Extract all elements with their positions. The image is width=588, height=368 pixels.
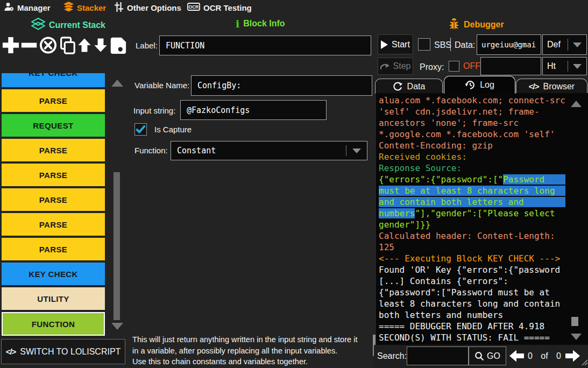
resize-grip[interactable]	[580, 358, 587, 367]
proxy-checkbox[interactable]	[449, 61, 459, 72]
proxy-label: Proxy:	[420, 62, 444, 72]
variable-name-input[interactable]	[191, 75, 372, 96]
layers-diamond-icon	[31, 18, 45, 32]
stack-block-label: UTILITY	[37, 294, 69, 303]
search-result-counter: 0 of 0	[528, 351, 561, 361]
input-string-label: Input string:	[133, 106, 175, 115]
section-title: Block Info	[243, 19, 285, 29]
refresh-icon	[393, 81, 403, 91]
remove-block-icon[interactable]	[20, 36, 38, 55]
menu-item-stacker[interactable]: Stacker	[63, 2, 106, 13]
tab-label: Log	[480, 80, 494, 90]
proxy-type-dropdown[interactable]: Ht	[542, 57, 587, 75]
is-capture-checkbox[interactable]	[134, 123, 147, 136]
stack-block-label: FUNCTION	[32, 320, 75, 329]
move-up-icon[interactable]	[77, 36, 92, 55]
switch-to-loliscript-button[interactable]: </> SWITCH TO LOLISCRIPT	[1, 339, 125, 364]
switch-button-label: SWITCH TO LOLISCRIPT	[20, 347, 121, 357]
start-button-label: Start	[392, 40, 410, 49]
stack-block-function[interactable]: FUNCTION	[2, 312, 105, 336]
data-type-value: Def	[543, 40, 568, 49]
log-line: Response Source:	[379, 162, 576, 174]
stack-block-utility[interactable]: UTILITY	[2, 287, 105, 310]
clone-block-icon[interactable]	[58, 36, 76, 55]
next-result-icon[interactable]	[565, 350, 580, 364]
search-total: 0	[556, 351, 561, 361]
save-icon[interactable]	[109, 36, 127, 55]
log-line: Content-Encoding: gzip	[379, 140, 576, 151]
log-line: Received cookies:	[379, 151, 576, 162]
function-dropdown-value: Constant	[171, 146, 346, 155]
tab-data[interactable]: Data	[375, 79, 443, 94]
label-field-label: Label:	[136, 41, 158, 50]
stack-toolbar	[2, 34, 127, 56]
stack-scroll-up-icon[interactable]	[111, 80, 123, 87]
log-line: must be at least 8 characters long	[379, 185, 576, 196]
input-string-input[interactable]	[180, 100, 327, 120]
tab-log[interactable]: Log	[444, 76, 515, 94]
log-panel[interactable]: alua.com *.facebook.com; connect-src'sel…	[376, 93, 588, 345]
data-input[interactable]	[477, 34, 541, 55]
stack-block-parse[interactable]: PARSE	[2, 213, 105, 236]
function-dropdown[interactable]: Constant	[171, 141, 367, 160]
chevron-down-icon	[573, 43, 582, 47]
sbs-checkbox[interactable]	[418, 38, 430, 51]
add-block-icon[interactable]	[2, 36, 20, 55]
data-label: Data:	[455, 40, 475, 50]
menu-item-ocr-testing[interactable]: OCR OCR Testing	[187, 2, 252, 13]
log-line: <--- Executing Block KEY CHECK --->	[379, 253, 576, 264]
stack-block-parse[interactable]: PARSE	[2, 238, 105, 260]
menu-item-manager[interactable]: Manager	[4, 2, 51, 13]
log-scroll-down-icon[interactable]	[571, 334, 582, 340]
move-down-icon[interactable]	[93, 36, 108, 55]
tab-browser[interactable]: </> Browser	[516, 79, 587, 94]
menu-item-label: Other Options	[127, 3, 181, 12]
log-line: least 8 characters long and contain	[379, 298, 576, 309]
step-button-label: Step	[393, 61, 411, 71]
stack-block-label: PARSE	[39, 96, 68, 105]
search-input[interactable]	[407, 346, 469, 365]
search-current: 0	[528, 351, 533, 361]
stack-block-parse[interactable]: PARSE	[2, 139, 105, 161]
block-list: KEY CHECKPARSEREQUESTPARSEPARSEPARSEPARS…	[2, 73, 105, 336]
current-stack-header: Current Stack	[31, 18, 105, 32]
search-go-button[interactable]: GO	[469, 346, 506, 365]
stack-block-parse[interactable]: PARSE	[2, 164, 105, 186]
log-line: {"errors":{"password":["Password	[379, 174, 576, 185]
stack-block-label: PARSE	[39, 245, 68, 254]
stack-scrollbar-thumb[interactable]	[114, 172, 120, 320]
search-icon	[474, 351, 484, 361]
bug-icon	[448, 18, 460, 32]
dropdown-separator	[568, 61, 568, 71]
proxy-input[interactable]	[480, 57, 541, 75]
data-type-dropdown[interactable]: Def	[542, 34, 587, 55]
menu-item-other-options[interactable]: Other Options	[114, 2, 181, 13]
previous-result-icon[interactable]	[509, 350, 524, 364]
stack-block-request[interactable]: REQUEST	[2, 114, 105, 137]
stack-block-key-check[interactable]: KEY CHECK	[2, 73, 105, 87]
log-scroll-up-icon[interactable]	[571, 101, 582, 107]
label-input[interactable]	[159, 36, 371, 55]
history-icon	[465, 80, 476, 90]
start-button[interactable]: Start	[378, 34, 413, 54]
stack-block-parse[interactable]: PARSE	[2, 188, 105, 211]
log-line: [...] Contains {"errors":	[379, 275, 576, 287]
dropdown-separator	[346, 145, 346, 156]
stack-scroll-down-icon[interactable]	[111, 323, 123, 330]
is-capture-label: Is Capture	[154, 125, 192, 134]
log-scrollbar-thumb[interactable]	[571, 317, 578, 326]
stack-block-label: PARSE	[39, 220, 68, 229]
log-line: {"password":["Password must be at	[379, 287, 576, 298]
search-of-label: of	[541, 351, 548, 361]
log-line: Calculated header: Content-Length:	[379, 230, 576, 242]
stack-block-key-check[interactable]: KEY CHECK	[2, 263, 105, 285]
step-button[interactable]: Step	[378, 58, 413, 75]
play-icon	[381, 40, 388, 49]
stack-block-parse[interactable]: PARSE	[2, 89, 105, 112]
disable-block-icon[interactable]	[39, 36, 58, 55]
log-line: numbers"],"gender":["Please select	[379, 208, 576, 219]
chevron-down-icon	[352, 148, 361, 153]
function-label: Function:	[134, 146, 168, 155]
manager-icon	[4, 2, 14, 13]
tab-label: Data	[407, 82, 426, 91]
